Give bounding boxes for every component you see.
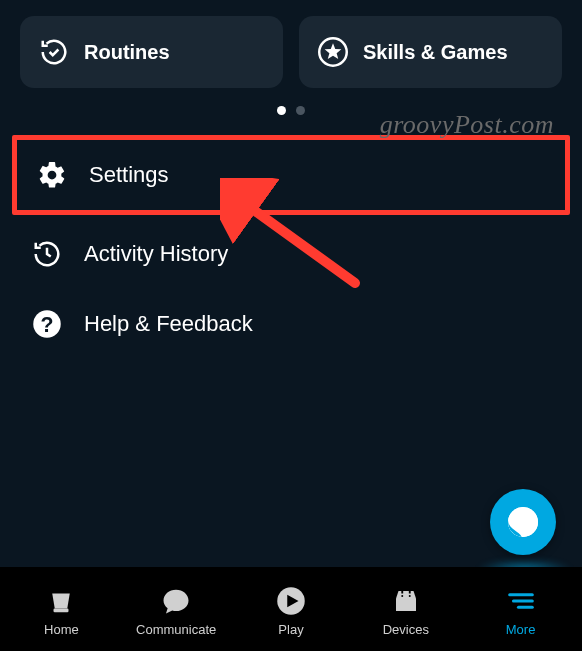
communicate-icon <box>159 584 193 618</box>
nav-communicate[interactable]: Communicate <box>119 584 234 637</box>
help-icon: ? <box>30 307 64 341</box>
svg-rect-9 <box>54 608 69 612</box>
menu-list: Settings Activity History ? Help & Feedb… <box>0 135 582 359</box>
pagination-dot-1[interactable] <box>277 106 286 115</box>
home-icon <box>44 584 78 618</box>
nav-more-label: More <box>506 622 536 637</box>
menu-item-activity[interactable]: Activity History <box>20 219 562 289</box>
annotation-highlight: Settings <box>12 135 570 215</box>
watermark-text: groovyPost.com <box>380 110 554 140</box>
svg-marker-1 <box>325 43 342 59</box>
more-icon <box>504 584 538 618</box>
menu-item-help[interactable]: ? Help & Feedback <box>20 289 562 359</box>
svg-point-13 <box>407 593 412 598</box>
alexa-fab[interactable] <box>490 489 556 555</box>
svg-point-12 <box>400 593 405 598</box>
card-routines-label: Routines <box>84 41 170 64</box>
nav-home[interactable]: Home <box>4 584 119 637</box>
history-icon <box>30 237 64 271</box>
card-routines[interactable]: Routines <box>20 16 283 88</box>
bottom-nav: Home Communicate Play Devi <box>0 567 582 651</box>
menu-item-settings[interactable]: Settings <box>25 140 557 210</box>
nav-communicate-label: Communicate <box>136 622 216 637</box>
devices-icon <box>389 584 423 618</box>
pagination-dot-2[interactable] <box>296 106 305 115</box>
alexa-icon <box>503 502 543 542</box>
nav-home-label: Home <box>44 622 79 637</box>
svg-point-2 <box>50 173 54 177</box>
nav-play[interactable]: Play <box>234 584 349 637</box>
menu-activity-label: Activity History <box>84 241 228 267</box>
nav-more[interactable]: More <box>463 584 578 637</box>
play-icon <box>274 584 308 618</box>
card-skills[interactable]: Skills & Games <box>299 16 562 88</box>
card-skills-label: Skills & Games <box>363 41 508 64</box>
gear-icon <box>35 158 69 192</box>
nav-play-label: Play <box>278 622 303 637</box>
nav-devices[interactable]: Devices <box>348 584 463 637</box>
svg-text:?: ? <box>41 313 54 337</box>
nav-devices-label: Devices <box>383 622 429 637</box>
skills-icon <box>317 36 349 68</box>
routines-icon <box>38 36 70 68</box>
menu-settings-label: Settings <box>89 162 169 188</box>
cards-row: Routines Skills & Games <box>0 0 582 98</box>
menu-help-label: Help & Feedback <box>84 311 253 337</box>
